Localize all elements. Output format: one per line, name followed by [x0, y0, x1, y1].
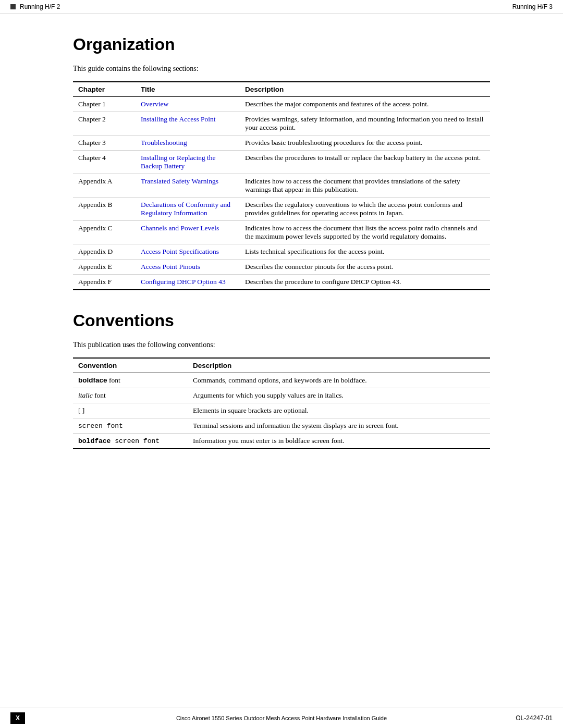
org-chapter-cell: Appendix D: [73, 244, 136, 260]
org-desc-cell: Lists technical specifications for the a…: [240, 244, 490, 260]
conv-table-row: boldface screen fontInformation you must…: [73, 434, 490, 449]
conv-table-row: [ ]Elements in square brackets are optio…: [73, 403, 490, 418]
org-table-row: Appendix EAccess Point PinoutsDescribes …: [73, 260, 490, 275]
org-title-cell[interactable]: Overview: [136, 97, 240, 112]
footer-right-text: OL-24247-01: [516, 714, 553, 722]
org-chapter-cell: Appendix E: [73, 260, 136, 275]
org-desc-cell: Provides basic troubleshooting procedure…: [240, 135, 490, 151]
conv-table-row: screen fontTerminal sessions and informa…: [73, 418, 490, 434]
org-desc-cell: Describes the regulatory conventions to …: [240, 198, 490, 221]
org-table-row: Appendix ATranslated Safety WarningsIndi…: [73, 174, 490, 198]
org-title-link[interactable]: Channels and Power Levels: [141, 224, 219, 232]
org-chapter-cell: Appendix F: [73, 275, 136, 290]
org-title-cell[interactable]: Declarations of Conformity and Regulator…: [136, 198, 240, 221]
org-desc-cell: Indicates how to access the document tha…: [240, 174, 490, 198]
org-title-cell[interactable]: Access Point Specifications: [136, 244, 240, 260]
conv-table-row: italic fontArguments for which you suppl…: [73, 388, 490, 403]
org-col-chapter: Chapter: [73, 82, 136, 97]
org-desc-cell: Indicates how to access the document tha…: [240, 221, 490, 244]
org-title-cell[interactable]: Installing or Replacing the Backup Batte…: [136, 151, 240, 174]
org-desc-cell: Describes the procedure to configure DHC…: [240, 275, 490, 290]
org-table-row: Chapter 1OverviewDescribes the major com…: [73, 97, 490, 112]
org-table-row: Appendix CChannels and Power LevelsIndic…: [73, 221, 490, 244]
conv-convention-cell: boldface screen font: [73, 434, 188, 449]
conventions-intro: This publication uses the following conv…: [73, 341, 490, 349]
org-table-row: Chapter 3TroubleshootingProvides basic t…: [73, 135, 490, 151]
header-bar: Running H/F 2 Running H/F 3: [0, 0, 563, 14]
conv-convention-cell: [ ]: [73, 403, 188, 418]
org-desc-cell: Provides warnings, safety information, a…: [240, 112, 490, 135]
org-title-link[interactable]: Access Point Pinouts: [141, 263, 200, 270]
conv-table-header-row: Convention Description: [73, 358, 490, 373]
org-title-link[interactable]: Installing or Replacing the Backup Batte…: [141, 154, 216, 170]
footer-center-text: Cisco Aironet 1550 Series Outdoor Mesh A…: [176, 715, 387, 721]
org-chapter-cell: Appendix B: [73, 198, 136, 221]
conv-convention-cell: boldface font: [73, 373, 188, 388]
org-table-row: Appendix BDeclarations of Conformity and…: [73, 198, 490, 221]
footer-left-label: X: [10, 712, 25, 724]
org-chapter-cell: Chapter 2: [73, 112, 136, 135]
org-desc-cell: Describes the procedures to install or r…: [240, 151, 490, 174]
org-desc-cell: Describes the connector pinouts for the …: [240, 260, 490, 275]
organization-table: Chapter Title Description Chapter 1Overv…: [73, 81, 490, 290]
main-content: Organization This guide contains the fol…: [0, 14, 563, 501]
org-title-cell[interactable]: Installing the Access Point: [136, 112, 240, 135]
header-left: Running H/F 2: [10, 3, 60, 10]
header-right-text: Running H/F 3: [512, 3, 553, 10]
org-table-row: Chapter 2Installing the Access PointProv…: [73, 112, 490, 135]
org-title-link[interactable]: Troubleshooting: [141, 139, 187, 146]
org-table-row: Appendix DAccess Point SpecificationsLis…: [73, 244, 490, 260]
org-title-link[interactable]: Access Point Specifications: [141, 248, 219, 255]
org-title-link[interactable]: Declarations of Conformity and Regulator…: [141, 201, 230, 217]
org-chapter-cell: Chapter 4: [73, 151, 136, 174]
conv-convention-cell: italic font: [73, 388, 188, 403]
org-title-link[interactable]: Installing the Access Point: [141, 115, 216, 123]
header-left-text: Running H/F 2: [20, 3, 60, 10]
org-desc-cell: Describes the major components and featu…: [240, 97, 490, 112]
conventions-title: Conventions: [73, 311, 490, 330]
conv-table-row: boldface fontCommands, command options, …: [73, 373, 490, 388]
footer: X Cisco Aironet 1550 Series Outdoor Mesh…: [0, 708, 563, 728]
org-title-cell[interactable]: Configuring DHCP Option 43: [136, 275, 240, 290]
org-title-link[interactable]: Translated Safety Warnings: [141, 177, 218, 185]
org-chapter-cell: Chapter 3: [73, 135, 136, 151]
conv-col-desc: Description: [188, 358, 490, 373]
conv-desc-cell: Commands, command options, and keywords …: [188, 373, 490, 388]
org-chapter-cell: Appendix C: [73, 221, 136, 244]
conv-desc-cell: Information you must enter is in boldfac…: [188, 434, 490, 449]
conv-col-convention: Convention: [73, 358, 188, 373]
conv-desc-cell: Elements in square brackets are optional…: [188, 403, 490, 418]
org-chapter-cell: Chapter 1: [73, 97, 136, 112]
conv-desc-cell: Arguments for which you supply values ar…: [188, 388, 490, 403]
org-title-cell[interactable]: Access Point Pinouts: [136, 260, 240, 275]
org-title-link[interactable]: Configuring DHCP Option 43: [141, 278, 226, 286]
org-table-row: Appendix FConfiguring DHCP Option 43Desc…: [73, 275, 490, 290]
organization-intro: This guide contains the following sectio…: [73, 65, 490, 73]
org-chapter-cell: Appendix A: [73, 174, 136, 198]
conv-desc-cell: Terminal sessions and information the sy…: [188, 418, 490, 434]
org-col-desc: Description: [240, 82, 490, 97]
conventions-table: Convention Description boldface fontComm…: [73, 357, 490, 449]
org-col-title: Title: [136, 82, 240, 97]
header-square-icon: [10, 4, 16, 9]
org-title-cell[interactable]: Troubleshooting: [136, 135, 240, 151]
org-table-row: Chapter 4Installing or Replacing the Bac…: [73, 151, 490, 174]
organization-title: Organization: [73, 35, 490, 54]
org-title-cell[interactable]: Channels and Power Levels: [136, 221, 240, 244]
org-title-link[interactable]: Overview: [141, 100, 168, 108]
conv-convention-cell: screen font: [73, 418, 188, 434]
org-title-cell[interactable]: Translated Safety Warnings: [136, 174, 240, 198]
org-table-header-row: Chapter Title Description: [73, 82, 490, 97]
